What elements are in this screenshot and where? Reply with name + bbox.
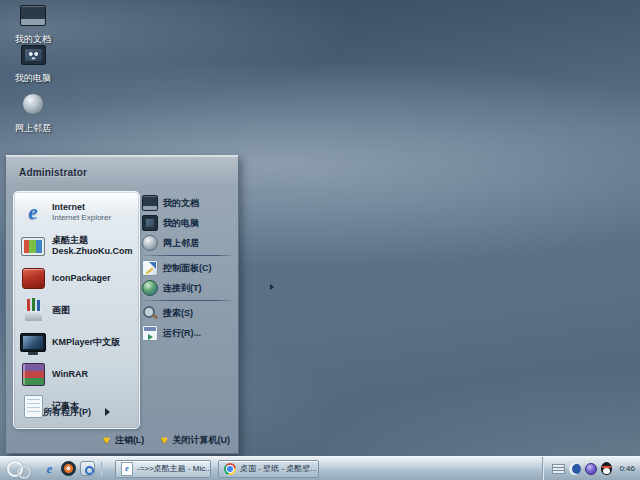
menu-item-label: 连接到(T): [163, 282, 202, 295]
menu-item-my-computer[interactable]: 我的电脑: [142, 213, 234, 233]
desktop-icon-my-documents[interactable]: 我的文档: [0, 5, 66, 46]
desktop-icon-label: 我的电脑: [0, 72, 66, 85]
menu-item-label: 运行(R)...: [163, 327, 201, 340]
taskbar-clock[interactable]: 0:46: [619, 464, 635, 473]
run-icon: [142, 325, 158, 341]
menu-item-zhuoku-theme[interactable]: 桌酷主题Desk.ZhuoKu.Com: [14, 230, 139, 262]
start-menu-header: Administrator: [6, 156, 238, 190]
menu-item-label: 网上邻居: [163, 237, 199, 250]
menu-item-winrar[interactable]: WinRAR: [14, 358, 139, 390]
my-computer-icon: [142, 215, 158, 231]
qq-icon[interactable]: [601, 462, 612, 475]
input-method-icon[interactable]: [552, 464, 565, 474]
iconpackager-icon: [20, 265, 46, 291]
network-places-icon: [142, 235, 158, 251]
start-menu: Administrator e Internet Internet Explor…: [5, 155, 239, 454]
moon-icon[interactable]: [569, 463, 581, 475]
menu-item-control-panel[interactable]: 控制面板(C): [142, 258, 234, 278]
internet-explorer-page-icon: [121, 462, 133, 476]
quick-launch-bar: [38, 461, 108, 476]
menu-item-search[interactable]: 搜索(S): [142, 303, 234, 323]
internet-explorer-icon[interactable]: [42, 461, 57, 476]
start-menu-pinned-panel: e Internet Internet Explorer 桌酷主题Desk.Zh…: [13, 191, 140, 429]
my-computer-icon: [21, 45, 46, 65]
username: Administrator: [19, 167, 87, 178]
kmplayer-icon: [20, 329, 46, 355]
taskbar-divider: [101, 462, 102, 476]
menu-item-title: 画图: [52, 305, 70, 316]
task-button-wallpaper-chrome[interactable]: 桌面 - 壁纸 - 桌酷壁...: [218, 460, 319, 478]
menu-separator: [142, 255, 234, 256]
system-tray: 0:46: [542, 457, 640, 480]
chrome-icon: [224, 463, 236, 475]
zhuoku-theme-icon: [20, 233, 46, 259]
task-button-zhuoku-ie[interactable]: -=>>桌酷主题 - Mic...: [115, 460, 211, 478]
menu-item-label: 我的文档: [163, 197, 199, 210]
start-logo-ring-icon: [17, 465, 31, 479]
all-programs-arrow-icon: [105, 408, 110, 416]
start-button[interactable]: [0, 457, 38, 480]
menu-item-network-places[interactable]: 网上邻居: [142, 233, 234, 253]
control-panel-icon: [142, 260, 158, 276]
desktop-screen: 我的文档 我的电脑 网上邻居 Administrator e Internet …: [0, 0, 640, 480]
all-programs-button[interactable]: 所有程序(P): [14, 403, 139, 421]
menu-item-title: WinRAR: [52, 369, 88, 380]
menu-item-label: 我的电脑: [163, 217, 199, 230]
menu-item-my-documents[interactable]: 我的文档: [142, 193, 234, 213]
my-documents-icon: [142, 195, 158, 211]
task-button-label: 桌面 - 壁纸 - 桌酷壁...: [240, 463, 317, 474]
shut-down-icon: [160, 434, 167, 446]
menu-item-title: IconPackager: [52, 273, 111, 284]
menu-item-label: 控制面板(C): [163, 262, 212, 275]
log-off-button[interactable]: 注销(L): [103, 434, 145, 447]
connect-to-icon: [142, 280, 158, 296]
menu-separator: [142, 300, 234, 301]
media-player-icon[interactable]: [61, 461, 76, 476]
desktop-icon-label: 网上邻居: [0, 122, 66, 135]
paint-icon: [20, 297, 46, 323]
menu-item-connect-to[interactable]: 连接到(T): [142, 278, 234, 298]
menu-item-title: 桌酷主题Desk.ZhuoKu.Com: [52, 235, 139, 257]
menu-item-label: 搜索(S): [163, 307, 193, 320]
menu-item-internet-explorer[interactable]: e Internet Internet Explorer: [14, 195, 139, 230]
search-icon: [142, 305, 158, 321]
shut-down-label: 关闭计算机(U): [173, 434, 231, 447]
taskbar: -=>>桌酷主题 - Mic... 桌面 - 壁纸 - 桌酷壁... 0:46: [0, 456, 640, 480]
my-documents-icon: [20, 5, 46, 26]
log-off-icon: [103, 434, 110, 446]
log-off-label: 注销(L): [115, 434, 145, 447]
menu-item-iconpackager[interactable]: IconPackager: [14, 262, 139, 294]
desktop-icon-network-places[interactable]: 网上邻居: [0, 93, 66, 135]
menu-item-subtitle: Internet Explorer: [52, 213, 111, 223]
menu-item-title: KMPlayer中文版: [52, 337, 120, 348]
app-launcher-icon[interactable]: [80, 461, 95, 476]
menu-item-title: Internet: [52, 202, 111, 213]
start-menu-footer: 注销(L) 关闭计算机(U): [6, 432, 238, 448]
menu-item-run[interactable]: 运行(R)...: [142, 323, 234, 343]
network-places-icon: [22, 93, 44, 115]
submenu-arrow-icon: [270, 284, 274, 290]
task-button-label: -=>>桌酷主题 - Mic...: [137, 463, 211, 474]
winrar-icon: [20, 361, 46, 387]
menu-item-kmplayer[interactable]: KMPlayer中文版: [14, 326, 139, 358]
messenger-icon[interactable]: [585, 463, 597, 475]
shut-down-button[interactable]: 关闭计算机(U): [160, 434, 230, 447]
menu-item-paint[interactable]: 画图: [14, 294, 139, 326]
all-programs-label: 所有程序(P): [43, 406, 91, 419]
desktop-icon-my-computer[interactable]: 我的电脑: [0, 45, 66, 85]
internet-explorer-icon: e: [20, 200, 46, 226]
start-menu-places-panel: 我的文档 我的电脑 网上邻居 控制面板(C) 连接到(T): [142, 193, 234, 343]
